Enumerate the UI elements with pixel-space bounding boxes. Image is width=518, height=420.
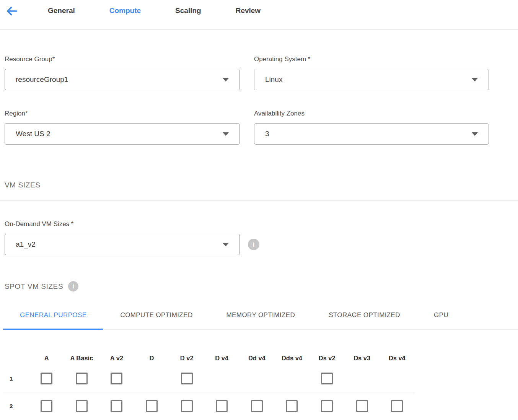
operating-system-select[interactable]: Linux <box>254 69 489 90</box>
column-header-a: A <box>29 355 64 373</box>
checkbox-row1-d-v2[interactable] <box>181 373 193 384</box>
spot-tab-general-purpose[interactable]: GENERAL PURPOSE <box>3 311 103 330</box>
back-button[interactable] <box>5 5 18 18</box>
compute-form: Resource Group* resourceGroup1 Operating… <box>0 56 518 145</box>
checkbox-row2-ds-v2[interactable] <box>321 400 333 412</box>
operating-system-value: Linux <box>265 75 282 84</box>
caret-down-icon <box>472 132 478 136</box>
availability-zones-field: Availability Zones 3 <box>254 110 489 145</box>
checkbox-row2-dd-v4[interactable] <box>251 400 263 412</box>
caret-down-icon <box>223 78 229 81</box>
table-row-divider <box>4 392 415 392</box>
checkbox-row1-a-basic[interactable] <box>76 373 88 384</box>
column-header-d-v4: D v4 <box>204 355 239 373</box>
region-label: Region* <box>5 110 240 117</box>
wizard-header: General Compute Scaling Review <box>0 0 518 30</box>
caret-down-icon <box>223 132 229 136</box>
column-header-dd-v4: Dd v4 <box>239 355 275 373</box>
vm-sizes-heading: VM SIZES <box>0 181 518 189</box>
caret-down-icon <box>223 243 229 246</box>
spot-vm-sizes-heading: SPOT VM SIZES i <box>0 281 518 291</box>
checkbox-row2-dds-v4[interactable] <box>286 400 298 412</box>
checkbox-row2-a[interactable] <box>41 400 52 412</box>
column-header-ds-v4: Ds v4 <box>380 355 415 373</box>
caret-down-icon <box>472 78 478 81</box>
on-demand-info-icon[interactable]: i <box>248 239 259 250</box>
tab-scaling[interactable]: Scaling <box>175 5 201 17</box>
on-demand-vm-sizes-label: On-Demand VM Sizes * <box>5 221 518 228</box>
on-demand-vm-sizes-select[interactable]: a1_v2 <box>5 234 240 255</box>
resource-group-select[interactable]: resourceGroup1 <box>5 69 240 90</box>
checkbox-row2-d-v4[interactable] <box>216 400 228 412</box>
operating-system-label: Operating System * <box>254 56 489 63</box>
spot-tab-compute-optimized[interactable]: COMPUTE OPTIMIZED <box>103 311 209 330</box>
resource-group-label: Resource Group* <box>5 56 240 63</box>
availability-zones-label: Availability Zones <box>254 110 489 117</box>
arrow-left-icon <box>5 5 18 18</box>
region-select[interactable]: West US 2 <box>5 123 240 145</box>
spot-tab-memory-optimized[interactable]: MEMORY OPTIMIZED <box>210 311 312 330</box>
wizard-tabs: General Compute Scaling Review <box>48 5 261 17</box>
table-corner <box>4 358 29 369</box>
checkbox-row2-ds-v3[interactable] <box>356 400 368 412</box>
checkbox-row2-a-v2[interactable] <box>111 400 122 412</box>
spot-info-icon[interactable]: i <box>68 281 78 291</box>
operating-system-field: Operating System * Linux <box>254 56 489 90</box>
column-header-ds-v2: Ds v2 <box>309 355 345 373</box>
spot-category-tabs: GENERAL PURPOSE COMPUTE OPTIMIZED MEMORY… <box>3 311 518 330</box>
column-header-a-v2: A v2 <box>99 355 134 373</box>
tab-compute[interactable]: Compute <box>109 5 141 17</box>
row-label: 2 <box>4 403 29 409</box>
spot-tab-gpu[interactable]: GPU <box>417 311 465 330</box>
section-divider <box>0 200 518 201</box>
on-demand-block: On-Demand VM Sizes * a1_v2 i <box>0 221 518 255</box>
column-header-a-basic: A Basic <box>64 355 99 373</box>
tab-review[interactable]: Review <box>236 5 261 17</box>
checkbox-row1-ds-v2[interactable] <box>321 373 333 384</box>
vm-size-table: A A Basic A v2 D D v2 D v4 Dd v4 Dds v4 … <box>4 355 518 412</box>
on-demand-vm-sizes-value: a1_v2 <box>16 240 36 249</box>
availability-zones-value: 3 <box>265 130 269 138</box>
checkbox-row1-a-v2[interactable] <box>111 373 122 384</box>
column-header-d: D <box>134 355 169 373</box>
spot-vm-sizes-heading-text: SPOT VM SIZES <box>5 283 63 290</box>
spot-tab-storage-optimized[interactable]: STORAGE OPTIMIZED <box>312 311 417 330</box>
tab-general[interactable]: General <box>48 5 75 17</box>
resource-group-field: Resource Group* resourceGroup1 <box>5 56 240 90</box>
column-header-dds-v4: Dds v4 <box>274 355 309 373</box>
region-field: Region* West US 2 <box>5 110 240 145</box>
checkbox-row2-a-basic[interactable] <box>76 400 88 412</box>
checkbox-row2-d-v2[interactable] <box>181 400 193 412</box>
checkbox-row1-a[interactable] <box>41 373 52 384</box>
checkbox-row2-d[interactable] <box>146 400 158 412</box>
availability-zones-select[interactable]: 3 <box>254 123 489 145</box>
resource-group-value: resourceGroup1 <box>16 75 68 84</box>
region-value: West US 2 <box>16 130 50 138</box>
checkbox-row2-ds-v4[interactable] <box>391 400 403 412</box>
column-header-d-v2: D v2 <box>169 355 204 373</box>
row-label: 1 <box>4 375 29 382</box>
column-header-ds-v3: Ds v3 <box>344 355 380 373</box>
